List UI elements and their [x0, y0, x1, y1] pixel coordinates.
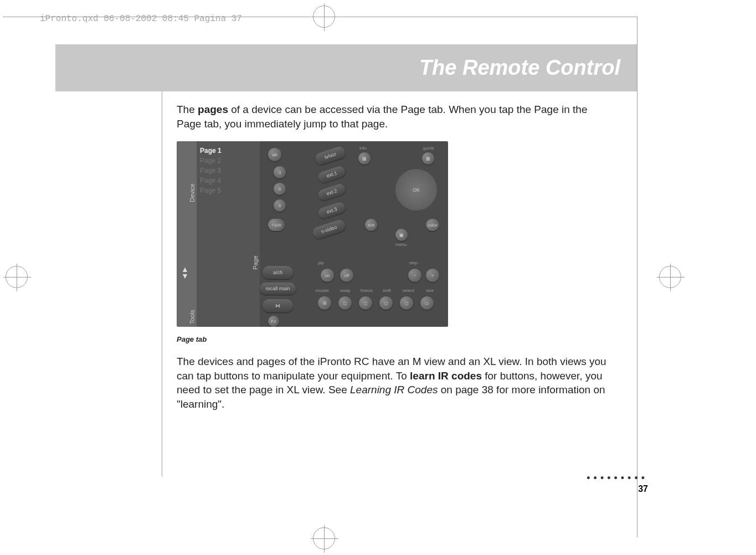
bowtie-button: ⋈ [263, 299, 293, 312]
divider-line [162, 44, 162, 476]
ach-button: a/ch [263, 266, 293, 279]
att-button: att [268, 148, 281, 161]
page-item: Page 3 [200, 166, 222, 176]
ext3-button: ext.3 [317, 201, 347, 220]
page-tab-label: Page [252, 255, 259, 270]
num-3-button: 3 [274, 166, 286, 178]
remote-panel: att 3 6 9 +100 a/ch recall main ⋈ F2 tv/… [260, 141, 448, 327]
chapter-title: The Remote Control [419, 56, 620, 80]
swap-label: swap [340, 288, 351, 293]
step-label: step [409, 260, 418, 265]
menu-label: menu [395, 242, 407, 247]
select-label: select [403, 288, 414, 293]
mosaic-button: ⊞ [318, 296, 331, 310]
num-6-button: 6 [274, 183, 286, 195]
page-list: Page 1 Page 2 Page 3 Page 4 Page 5 [200, 146, 222, 196]
tvvcr-button: tv/vcr [314, 145, 347, 166]
f2-button: F2 [268, 316, 279, 327]
gray-bar-accent [55, 44, 62, 91]
crop-mark-left [3, 263, 30, 291]
guide-button: ▦ [422, 152, 434, 165]
figure-caption: Page tab [177, 335, 207, 343]
page-item-active: Page 1 [200, 146, 222, 156]
dpad: OK [395, 169, 437, 210]
size-label: size [426, 288, 434, 293]
mosaic-label: mosaic [315, 288, 329, 293]
menu-button: ▣ [395, 229, 408, 241]
recall-button: recall main [260, 282, 296, 295]
device-tab-label: Device [189, 183, 196, 202]
footer-dots: ••••••••• [587, 472, 648, 484]
title-banner: The Remote Control [62, 44, 637, 91]
freeze-button: ◻ [359, 296, 372, 310]
num-9-button: 9 [274, 199, 286, 212]
remote-screenshot: Device Tools ▲▼ Page 1 Page 2 Page 3 Pag… [177, 141, 448, 327]
select-button: ◻ [400, 296, 413, 310]
tools-tab-label: Tools [189, 310, 196, 324]
text: The [177, 104, 198, 115]
exit-button: exit [365, 219, 377, 231]
page-item: Page 2 [200, 156, 222, 166]
ext2-button: ext.2 [317, 183, 347, 202]
bold-pages: pages [198, 104, 228, 115]
page-footer: ••••••••• 37 [587, 472, 648, 494]
pip-on-button: on [321, 269, 334, 282]
pip-label: pip [318, 260, 324, 265]
italic-learning: Learning IR Codes [350, 384, 438, 395]
text: of a device can be accessed via the Page… [177, 104, 588, 130]
page-item: Page 5 [200, 186, 222, 196]
page-item: Page 4 [200, 176, 222, 186]
crop-line-right [637, 17, 637, 537]
step-plus-button: + [426, 269, 439, 282]
svideo-button: s-video [311, 218, 347, 240]
crop-mark-bottom [310, 525, 338, 552]
info-button: ▦ [358, 152, 371, 165]
ext1-button: ext.1 [317, 165, 347, 184]
size-button: ▭ [420, 296, 434, 310]
intro-paragraph: The pages of a device can be accessed vi… [177, 102, 614, 134]
shift-label: shift [383, 288, 391, 293]
page-number: 37 [587, 484, 648, 494]
freeze-label: freeze [361, 288, 373, 293]
arrow-icons: ▲▼ [181, 266, 189, 279]
fig-sidebar [177, 141, 197, 327]
step-minus-button: − [408, 269, 421, 282]
paragraph-2: The devices and pages of the iPronto RC … [177, 354, 614, 412]
file-metadata: iPronto.qxd 06-08-2002 08:45 Pagina 37 [40, 14, 242, 24]
pip-off-button: off [340, 269, 353, 282]
info-label: info [359, 146, 367, 151]
shift-button: ◻ [379, 296, 393, 310]
plus100-button: +100 [268, 219, 285, 231]
swap-button: ◻ [338, 296, 352, 310]
guide-label: guide [423, 146, 434, 151]
crop-line [338, 17, 637, 17]
color-button: color [426, 219, 439, 231]
bold-learn: learn IR codes [410, 370, 482, 382]
crop-mark-top [310, 3, 338, 30]
crop-mark-right [656, 263, 684, 291]
